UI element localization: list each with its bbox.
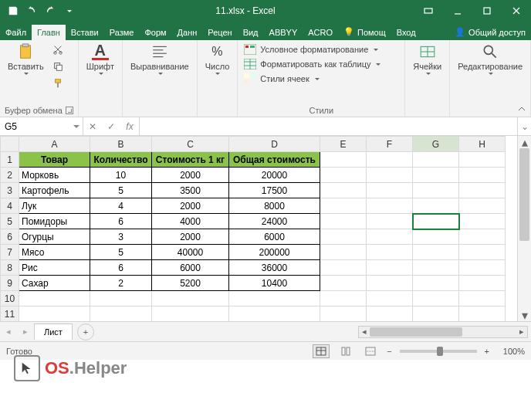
cell[interactable] [320, 276, 367, 291]
cell[interactable]: 6000 [229, 229, 320, 245]
tab-insert[interactable]: Встави [66, 25, 104, 40]
save-button[interactable] [5, 3, 22, 19]
sheet-nav-prev[interactable]: ◂ [0, 327, 17, 337]
cell[interactable]: 3 [90, 229, 152, 245]
zoom-slider[interactable] [400, 350, 477, 353]
sheet-nav-next[interactable]: ▸ [17, 327, 34, 337]
cell[interactable] [229, 307, 320, 322]
cell[interactable] [413, 168, 459, 183]
cell[interactable] [413, 198, 459, 214]
cell[interactable]: Морковь [19, 168, 90, 183]
expand-formula-button[interactable]: ⌄ [517, 117, 531, 135]
cell[interactable]: 10400 [229, 276, 320, 291]
tell-me-button[interactable]: 💡Помощ [338, 24, 391, 40]
cell[interactable]: 6 [90, 260, 152, 276]
cell[interactable]: Стоимость 1 кг [152, 152, 229, 168]
cell[interactable]: 2 [90, 276, 152, 291]
tab-data[interactable]: Данн [172, 25, 203, 40]
tab-review[interactable]: Рецен [202, 25, 237, 40]
cell[interactable]: Мясо [19, 245, 90, 260]
cell[interactable] [367, 168, 413, 183]
zoom-out-button[interactable]: − [387, 347, 391, 356]
cell[interactable]: 17500 [229, 183, 320, 198]
cell[interactable]: Помидоры [19, 214, 90, 229]
cell[interactable] [90, 307, 152, 322]
row-header[interactable]: 9 [1, 276, 19, 291]
grid[interactable]: A B C D E F G H 1 Товар Количество Стоим… [0, 136, 517, 321]
cell[interactable] [459, 229, 506, 245]
qat-customize-button[interactable] [60, 3, 77, 19]
name-box[interactable]: G5 [0, 117, 83, 135]
cell[interactable] [320, 245, 367, 260]
cell[interactable] [320, 168, 367, 183]
cell[interactable] [413, 260, 459, 276]
cell[interactable]: 4 [90, 198, 152, 214]
row-header[interactable]: 11 [1, 307, 19, 322]
cell[interactable]: Лук [19, 198, 90, 214]
cell[interactable] [90, 291, 152, 307]
cell[interactable]: 5 [90, 245, 152, 260]
zoom-level[interactable]: 100% [497, 347, 525, 356]
normal-view-button[interactable] [313, 344, 330, 358]
col-header-f[interactable]: F [367, 137, 413, 152]
cell[interactable]: 40000 [152, 245, 229, 260]
col-header-h[interactable]: H [459, 137, 506, 152]
scroll-down-button[interactable]: ▾ [518, 309, 531, 321]
cell[interactable] [413, 152, 459, 168]
cell[interactable] [413, 307, 459, 322]
cell[interactable]: 5 [90, 183, 152, 198]
format-painter-button[interactable] [50, 76, 66, 91]
fx-button[interactable]: fx [120, 121, 139, 132]
cell[interactable]: 36000 [229, 260, 320, 276]
cell[interactable] [229, 291, 320, 307]
cell[interactable]: 3500 [152, 183, 229, 198]
paste-button[interactable]: Вставить [5, 42, 47, 76]
cell[interactable]: 20000 [229, 168, 320, 183]
cell[interactable] [459, 214, 506, 229]
zoom-thumb[interactable] [437, 347, 443, 356]
page-layout-view-button[interactable] [337, 344, 354, 358]
zoom-in-button[interactable]: + [485, 347, 489, 356]
cell[interactable]: 4000 [152, 214, 229, 229]
cell[interactable] [367, 229, 413, 245]
select-all-button[interactable] [1, 137, 19, 152]
tab-layout[interactable]: Разме [104, 25, 140, 40]
cell-styles-button[interactable]: Стили ячеек [242, 73, 320, 85]
cell[interactable] [320, 229, 367, 245]
cell[interactable]: Товар [19, 152, 90, 168]
close-button[interactable] [502, 0, 531, 22]
tab-acro[interactable]: ACRO [303, 25, 338, 40]
col-header-b[interactable]: B [90, 137, 152, 152]
tab-formulas[interactable]: Форм [139, 25, 171, 40]
cell[interactable] [367, 183, 413, 198]
cell[interactable] [459, 307, 506, 322]
row-header[interactable]: 4 [1, 198, 19, 214]
cell[interactable] [19, 291, 90, 307]
cell[interactable] [152, 291, 229, 307]
redo-button[interactable] [42, 3, 59, 19]
alignment-button[interactable]: Выравнивание [127, 42, 192, 76]
cell[interactable]: Сахар [19, 276, 90, 291]
cancel-formula-button[interactable]: ✕ [83, 121, 102, 132]
cell[interactable] [459, 183, 506, 198]
ribbon-options-button[interactable] [414, 0, 443, 22]
cell[interactable]: 8000 [229, 198, 320, 214]
tab-home[interactable]: Главн [32, 25, 66, 40]
scroll-right-button[interactable]: ▸ [516, 327, 527, 337]
page-break-view-button[interactable] [362, 344, 379, 358]
new-sheet-button[interactable]: + [77, 323, 94, 340]
conditional-format-button[interactable]: Условное форматирование [242, 43, 380, 56]
clipboard-launcher[interactable] [66, 107, 73, 114]
cell[interactable] [320, 291, 367, 307]
cell[interactable] [459, 198, 506, 214]
scroll-up-button[interactable]: ▴ [518, 136, 531, 148]
cell[interactable] [367, 307, 413, 322]
col-header-g[interactable]: G [413, 137, 459, 152]
cell[interactable] [459, 168, 506, 183]
cell[interactable] [152, 307, 229, 322]
cell[interactable]: Рис [19, 260, 90, 276]
cell[interactable] [320, 307, 367, 322]
cell[interactable]: 10 [90, 168, 152, 183]
cell[interactable]: Картофель [19, 183, 90, 198]
cell[interactable] [413, 183, 459, 198]
